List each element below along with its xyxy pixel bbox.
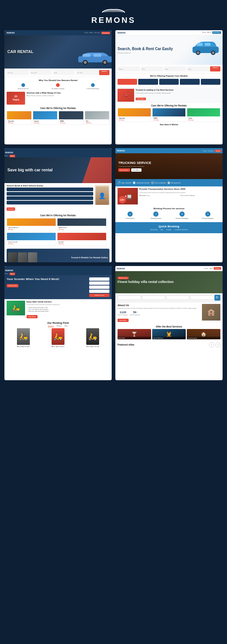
card2-model3[interactable] [159,79,179,85]
card5-bike-title: Easy bike rental service [27,301,109,303]
card1-pickup-field[interactable]: Pick Up [7,70,29,75]
card3-rent-submit[interactable]: Find Car [7,207,15,211]
card1-car2-info: Toyota $55/day [33,119,57,125]
card5-fleet-title: Our Renting Fleet [4,320,112,325]
card4-find-more-btn[interactable]: Find More [131,168,142,172]
card4-get-quote-btn[interactable]: Get a Quote [118,168,130,172]
card6-checkin-field[interactable] [142,295,165,300]
card2-nav-btn[interactable]: Book Now [212,31,221,34]
card2-search-btn[interactable]: Search [210,66,220,71]
card6-search-btn[interactable]: 🔍 [214,295,220,301]
card6-about-title: About Us [118,304,200,307]
card1-feature2: No Hidden Charges [41,83,74,90]
card4-qb-tab2[interactable]: AIR [161,229,163,231]
card4-qb-tab1[interactable]: TRUCKING [150,229,158,231]
card1-date-field[interactable]: Date [53,70,75,75]
card2-rental1-price: $45/day [119,119,150,121]
card5-scooter1-name: Men's Maxi Scooter [17,346,30,347]
card2-rental2: BMW $75/day [152,108,186,122]
card3-rent-field4[interactable] [7,201,93,204]
card6-about-text: About Us Lorem ipsum dolor sit amet cons… [118,304,200,322]
card6-read-more-btn[interactable]: Read More [118,319,129,322]
card1-nav-btn[interactable]: Book Now [101,32,110,34]
card1-section-title: Why You Should Use Remons Rental [7,79,109,81]
card3-accent [82,157,112,183]
card2-pickup[interactable]: Pickup [118,66,140,71]
card4-process2-text: Picking Produce [151,217,161,219]
card2-model5[interactable] [201,79,220,85]
card4-process4-text: Product Transport [202,217,214,219]
card1-logo: REMONS [7,32,15,34]
card3-rent-field1[interactable] [7,188,93,191]
card1-car2-price: $55/day [34,122,56,124]
card5-hero: Your Scooter When You Need It Most! BOOK… [4,275,112,299]
card2-trusted-desc: Lorem ipsum dolor sit amet consectetur a… [136,92,220,94]
card5-scooter1-img: 🛵 [17,328,30,345]
card6-prev-btn[interactable]: ‹ [209,342,214,347]
card6-featured-title: Featured villas [118,343,135,346]
card1-search-btn[interactable]: Search [99,70,109,75]
card6-guests-field[interactable] [190,295,214,300]
card5-form-field4[interactable] [89,290,109,293]
card6-next-btn[interactable]: › [215,342,220,347]
card6-service1: 🍸 Bed & Bar [118,329,151,339]
card3-mini-car4-info: Audi A4 $90/day [57,240,106,245]
card6-stat1-num: 1120 [120,311,126,314]
card5-tab-bikes[interactable]: Bikes [64,325,68,327]
card2-tab[interactable]: Type [187,66,209,71]
card4-process2: 2 Picking Produce [143,211,168,219]
card2-dropoff[interactable]: Drop [141,66,163,71]
svg-rect-6 [94,54,101,57]
card1-dropoff-field[interactable]: Drop Off [30,70,52,75]
card6-stat2: 50 Total Properties [130,311,140,316]
card5-bike: 🛵 Easy bike rental service Lorem ipsum d… [4,299,112,320]
card1-feature3: Confirmed Booking [76,83,109,90]
card4-process2-icon: 2 [153,211,158,217]
card5-nav-btn[interactable]: Book [10,273,15,275]
card5-form-field3[interactable] [89,286,109,289]
card4-nav-btn[interactable]: Quote [215,150,221,152]
card1-nav: REMONS Home About Services Book Now [4,30,112,35]
card3-gallery-text: Trusted & Reliable Car Rentals Gallery [71,256,108,259]
card5-book-now-btn[interactable]: BOOK NOW [7,284,18,287]
card2-rental1-img [118,108,151,116]
card4-quick-booking: Quick Booking TRUCKING AIR OCEAN COURIER… [115,222,223,233]
card5-form-field1[interactable] [89,277,109,281]
card6-location-field[interactable] [118,295,141,300]
card1-feature3-text: Confirmed Booking [87,88,99,90]
card5-tab-scooters[interactable]: Scooters [48,325,54,327]
card2-model4[interactable] [180,79,199,85]
card6-services-title: Offer the Best Services [118,325,220,328]
card2-read-btn[interactable]: Read More [136,98,146,100]
card2-model2[interactable] [138,79,158,85]
card3-nav-btn[interactable]: Book [10,155,15,157]
card6-checkout-field[interactable] [166,295,190,300]
card3-rent-field3[interactable] [7,196,93,200]
card5-nav-link1: Home [4,273,8,275]
card5-tab-electric[interactable]: Electric [57,325,62,327]
card6-nav-btn[interactable]: Explore [214,267,221,270]
card2-model1[interactable] [118,79,137,85]
card2-see-how: See How It Works [115,122,223,126]
card6-featured-header: Featured villas ‹ › [118,342,220,347]
card1-cars-title: Cars We're Offering for Rentals [7,107,109,109]
card4-logo: REMONS [117,150,125,152]
card5-form-submit[interactable]: FREE Scooter [89,294,109,297]
card6-service2: 💆 Spa & Wellness [152,329,186,339]
card4-qb-tab3[interactable]: OCEAN [166,229,171,231]
card1-car1-price: $45/day [8,122,30,124]
card2-date[interactable]: Date [164,66,186,71]
card5-form-field2[interactable] [89,281,109,285]
screenshot-trucking: REMONS Home Services Quote TRUCKING SERV… [115,148,223,262]
card1-feature1: Book & Find Car [7,83,40,90]
card5-bike-list: ✓ Fully insured and easy to ride ✓ Your … [27,307,109,312]
card3-rent-field2[interactable] [7,192,93,196]
card3-mini-car1-info: Hyundai Accent $45/day [7,226,56,231]
card4-hero-title: TRUCKING SERVICE [118,161,151,165]
card3-gallery-img2 [18,252,27,262]
card2-models: We're Offering Popular Cars Models [115,73,223,86]
card1-tab-field[interactable]: Car Tab [76,70,98,75]
card4-qb-tab4[interactable]: COURIER SERVICE [174,229,188,231]
card5-read-more-btn[interactable]: Read More [27,315,38,318]
card1-cars-row: Hyundai $45/day Toyota $55/day BMW $75 [7,111,109,125]
